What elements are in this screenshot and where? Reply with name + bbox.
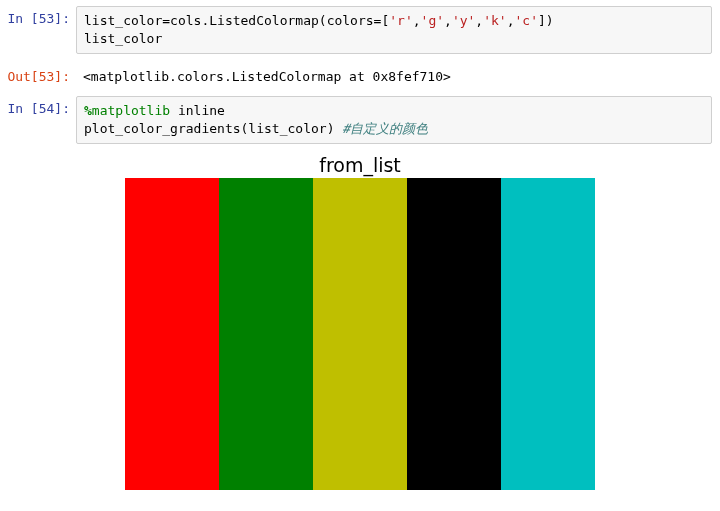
figure-title: from_list (125, 154, 595, 176)
string-literal: 'r' (389, 13, 412, 28)
swatch-c (501, 178, 595, 490)
comma: , (444, 13, 452, 28)
cell-53-input: In [53]: list_color=cols.ListedColormap(… (0, 6, 720, 54)
string-literal: 'g' (421, 13, 444, 28)
code-line: %matplotlib inline (84, 102, 704, 120)
figure: from_list (125, 154, 595, 490)
code-line: list_color=cols.ListedColormap(colors=['… (84, 12, 704, 30)
swatch-r (125, 178, 219, 490)
string-literal: 'k' (483, 13, 506, 28)
comment: #自定义的颜色 (342, 121, 428, 136)
input-prompt-53: In [53]: (0, 6, 76, 28)
comma: , (507, 13, 515, 28)
code-text: ]) (538, 13, 554, 28)
cell-53-output: Out[53]: <matplotlib.colors.ListedColorm… (0, 64, 720, 86)
code-text: plot_color_gradients(list_color) (84, 121, 342, 136)
code-line: plot_color_gradients(list_color) #自定义的颜色 (84, 120, 704, 138)
swatch-g (219, 178, 313, 490)
code-input-54[interactable]: %matplotlib inline plot_color_gradients(… (76, 96, 712, 144)
code-input-53[interactable]: list_color=cols.ListedColormap(colors=['… (76, 6, 712, 54)
string-literal: 'y' (452, 13, 475, 28)
magic-arg: inline (170, 103, 225, 118)
magic-name: matplotlib (92, 103, 170, 118)
color-gradient (125, 178, 595, 490)
comma: , (413, 13, 421, 28)
code-text: list_color=cols.ListedColormap(colors=[ (84, 13, 389, 28)
output-prompt-53: Out[53]: (0, 64, 76, 86)
cell-54-input: In [54]: %matplotlib inline plot_color_g… (0, 96, 720, 144)
output-text-53: <matplotlib.colors.ListedColormap at 0x8… (76, 64, 720, 86)
swatch-k (407, 178, 501, 490)
string-literal: 'c' (515, 13, 538, 28)
code-line: list_color (84, 30, 704, 48)
magic-percent: % (84, 103, 92, 118)
swatch-y (313, 178, 407, 490)
input-prompt-54: In [54]: (0, 96, 76, 118)
notebook: In [53]: list_color=cols.ListedColormap(… (0, 0, 720, 490)
figure-output: from_list (0, 154, 720, 490)
comma: , (475, 13, 483, 28)
